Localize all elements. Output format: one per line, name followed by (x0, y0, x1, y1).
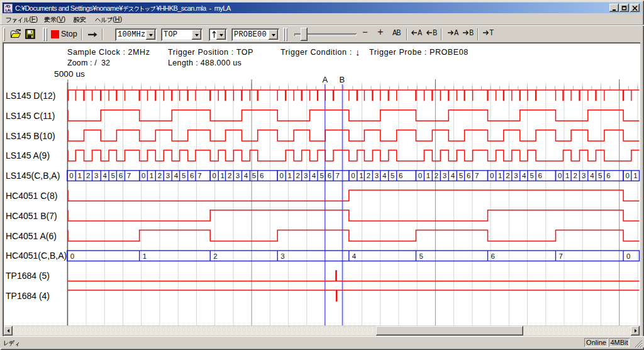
svg-text:4: 4 (312, 172, 316, 179)
svg-text:4: 4 (451, 172, 455, 179)
svg-text:0: 0 (626, 252, 630, 260)
svg-text:3: 3 (514, 172, 518, 179)
svg-text:3: 3 (304, 172, 308, 179)
svg-text:0: 0 (70, 252, 74, 260)
svg-text:2: 2 (574, 172, 577, 179)
svg-text:6: 6 (538, 172, 541, 179)
svg-text:6: 6 (467, 172, 470, 179)
svg-text:2: 2 (213, 252, 217, 260)
svg-text:5: 5 (182, 172, 186, 179)
svg-text:1: 1 (565, 172, 569, 179)
svg-text:4: 4 (590, 172, 594, 179)
svg-text:0: 0 (280, 172, 284, 179)
svg-text:5: 5 (459, 172, 463, 179)
svg-text:6: 6 (328, 172, 331, 179)
svg-text:3: 3 (443, 172, 447, 179)
svg-text:4: 4 (103, 172, 108, 179)
svg-text:7: 7 (559, 252, 563, 260)
svg-text:0: 0 (142, 172, 145, 179)
svg-text:4: 4 (244, 172, 248, 179)
svg-text:3: 3 (166, 172, 170, 179)
svg-text:0: 0 (626, 172, 630, 179)
svg-text:1: 1 (426, 172, 430, 179)
svg-text:2: 2 (435, 172, 438, 179)
svg-text:0: 0 (558, 172, 562, 179)
svg-text:1: 1 (359, 172, 363, 179)
svg-text:3: 3 (236, 172, 240, 179)
svg-text:3: 3 (582, 172, 586, 179)
svg-text:1: 1 (633, 172, 637, 179)
svg-text:1: 1 (498, 172, 502, 179)
svg-text:2: 2 (296, 172, 300, 179)
svg-text:2: 2 (367, 172, 370, 179)
svg-text:7: 7 (335, 172, 339, 179)
svg-text:4: 4 (522, 172, 526, 179)
svg-text:4: 4 (352, 252, 357, 260)
svg-text:4: 4 (174, 172, 179, 179)
svg-text:2: 2 (506, 172, 509, 179)
svg-text:2: 2 (86, 172, 90, 179)
svg-text:0: 0 (351, 172, 355, 179)
svg-text:0: 0 (69, 172, 73, 179)
svg-text:6: 6 (491, 252, 495, 260)
svg-text:5: 5 (319, 172, 323, 179)
svg-text:0: 0 (418, 172, 422, 179)
svg-text:7: 7 (127, 172, 131, 179)
svg-text:7: 7 (475, 172, 479, 179)
svg-text:0: 0 (490, 172, 494, 179)
svg-text:5: 5 (598, 172, 602, 179)
svg-text:6: 6 (119, 172, 123, 179)
svg-text:3: 3 (280, 252, 284, 260)
svg-text:5: 5 (391, 172, 394, 179)
svg-text:5: 5 (530, 172, 533, 179)
svg-text:5: 5 (252, 172, 256, 179)
svg-text:3: 3 (94, 172, 98, 179)
svg-text:1: 1 (288, 172, 292, 179)
svg-text:6: 6 (606, 172, 610, 179)
svg-text:6: 6 (190, 172, 194, 179)
svg-text:5: 5 (419, 252, 423, 260)
svg-text:6: 6 (399, 172, 402, 179)
svg-text:0: 0 (213, 172, 216, 179)
svg-text:2: 2 (158, 172, 162, 179)
svg-text:3: 3 (375, 172, 379, 179)
svg-text:4: 4 (382, 172, 387, 179)
svg-text:6: 6 (260, 172, 264, 179)
svg-text:1: 1 (78, 172, 82, 179)
svg-text:5: 5 (111, 172, 115, 179)
svg-text:1: 1 (143, 252, 147, 260)
svg-text:1: 1 (221, 172, 225, 179)
svg-text:1: 1 (150, 172, 153, 179)
svg-text:7: 7 (197, 172, 201, 179)
svg-text:2: 2 (228, 172, 231, 179)
